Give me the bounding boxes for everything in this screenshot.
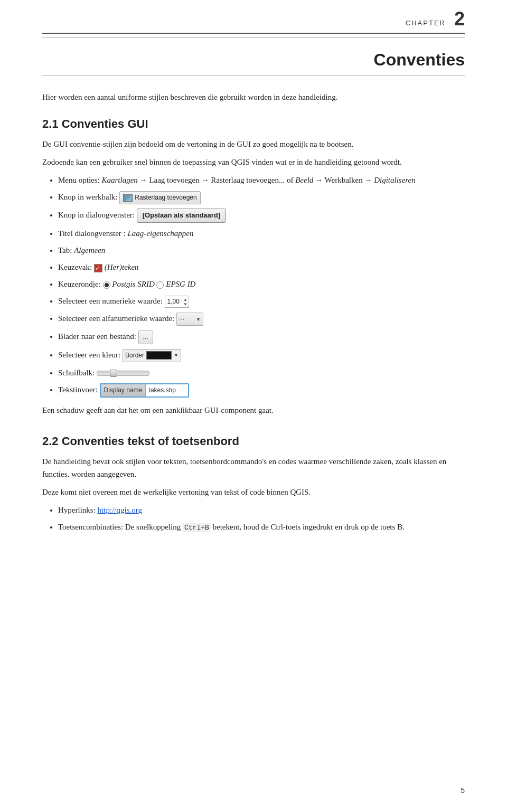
chapter-number: 2 <box>454 10 465 29</box>
list-item: Tab: Algemeen <box>58 244 465 257</box>
list-item: Knop in werkbalk: Rasterlaag toevoegen <box>58 191 465 204</box>
chapter-label-text: CHAPTER <box>406 18 446 29</box>
intro-paragraph: Hier worden een aantal uniforme stijlen … <box>42 91 465 103</box>
dialog-button-example: [Opslaan als standaard] <box>137 209 226 223</box>
radio-icon-filled <box>103 281 110 289</box>
page-number: 5 <box>461 785 465 796</box>
list-item: Menu opties: Kaartlagen → Laag toevoegen… <box>58 174 465 186</box>
text-input-label: Display name <box>101 384 146 396</box>
slider-track <box>97 371 149 376</box>
spinbox-value: 1,00 <box>165 296 182 307</box>
list-item: Selecteer een alfanumerieke waarde: ··· … <box>58 312 465 326</box>
radio-icon-empty <box>156 281 164 289</box>
list-item: Selecteer een numerieke waarde: 1,00 ▲ ▼ <box>58 295 465 308</box>
list-item: Knop in dialoogvenster: [Opslaan als sta… <box>58 209 465 223</box>
spinbox-up-arrow: ▲ <box>182 297 189 302</box>
text-input-example: Display name lakes.shp <box>100 383 190 398</box>
section-2-1-heading: 2.1 Conventies GUI <box>42 115 465 133</box>
toolbar-button-label: Rasterlaag toevoegen <box>135 193 196 203</box>
rasterlaag-icon <box>123 194 133 202</box>
text-input-value: lakes.shp <box>146 384 188 396</box>
dropdown-arrow-icon: ▼ <box>196 316 201 323</box>
list-item: Selecteer een kleur: Border ▼ <box>58 348 465 362</box>
section-2-2-intro2: Deze komt niet overeen met de werkelijke… <box>42 486 465 498</box>
color-selector-example: Border ▼ <box>123 349 181 362</box>
section-2-1-intro2: Zodoende kan een gebruiker snel binnen d… <box>42 156 465 168</box>
browse-button-label: ... <box>143 332 148 342</box>
slider-thumb <box>110 370 117 377</box>
section-2-2-heading: 2.2 Conventies tekst of toetsenbord <box>42 432 465 450</box>
slider-example <box>97 371 149 376</box>
keyboard-shortcut-example: Ctrl+B <box>183 523 211 532</box>
list-item: Keuzerondje: Postgis SRID EPSG ID <box>58 278 465 290</box>
color-swatch <box>146 351 172 360</box>
section-2-1: 2.1 Conventies GUI De GUI conventie-stij… <box>42 115 465 417</box>
color-selector-label: Border <box>125 351 144 361</box>
dropdown-value: ··· <box>179 314 195 324</box>
shadow-note: Een schaduw geeft aan dat het om een aan… <box>42 404 465 417</box>
spinbox-down-arrow: ▼ <box>182 302 189 307</box>
text-list: Hyperlinks: http://qgis.org Toetsencombi… <box>58 504 465 534</box>
checkbox-icon <box>94 264 102 272</box>
color-dropdown-arrow-icon: ▼ <box>174 352 179 359</box>
alfanumeric-dropdown-example: ··· ▼ <box>176 313 203 326</box>
browse-button-example: ... <box>138 331 153 344</box>
chapter-label-block: CHAPTER 2 <box>406 10 465 29</box>
hyperlink-example[interactable]: http://qgis.org <box>98 506 142 514</box>
list-item: Keuzevak: (Her)teken <box>58 261 465 273</box>
gui-list: Menu opties: Kaartlagen → Laag toevoegen… <box>58 174 465 398</box>
list-item: Titel dialoogvenster : Laag-eigenschappe… <box>58 227 465 240</box>
list-item: Tekstinvoer: Display name lakes.shp <box>58 383 465 398</box>
list-item: Toetsencombinaties: De snelkoppeling Ctr… <box>58 521 465 534</box>
list-item: Blader naar een bestand: ... <box>58 330 465 344</box>
section-2-2: 2.2 Conventies tekst of toetsenbord De h… <box>42 432 465 534</box>
list-item: Schuifbalk: <box>58 366 465 379</box>
spinbox-arrows: ▲ ▼ <box>182 297 189 307</box>
list-item: Hyperlinks: http://qgis.org <box>58 504 465 516</box>
toolbar-button-example: Rasterlaag toevoegen <box>119 191 200 204</box>
page-title: Conventies <box>42 47 465 72</box>
section-2-1-intro1: De GUI conventie-stijlen zijn bedoeld om… <box>42 138 465 150</box>
spinbox-example: 1,00 ▲ ▼ <box>165 296 189 308</box>
header-rule-thin <box>42 37 465 37</box>
title-rule <box>42 75 465 76</box>
page: CHAPTER 2 Conventies Hier worden een aan… <box>0 0 507 812</box>
header-rule-thick <box>42 33 465 34</box>
section-2-2-intro1: De handleiding bevat ook stijlen voor te… <box>42 455 465 480</box>
chapter-header: CHAPTER 2 <box>42 0 465 29</box>
